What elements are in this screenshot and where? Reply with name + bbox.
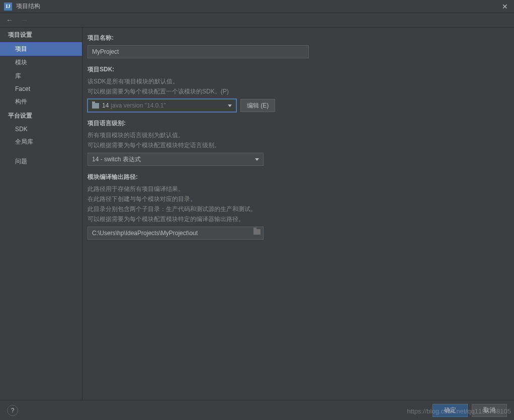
sidebar-item-artifacts[interactable]: 构件	[0, 95, 82, 109]
titlebar: IJ 项目结构 ✕	[0, 0, 514, 13]
sidebar-section-project-settings: 项目设置	[0, 28, 82, 42]
browse-folder-icon[interactable]	[253, 229, 261, 235]
output-path-wrap	[88, 227, 264, 240]
project-name-input[interactable]	[88, 45, 309, 58]
output-section: 模块编译输出路径: 此路径用于存储所有项目编译结果。 在此路径下创建与每个模块对…	[88, 173, 504, 240]
lang-level-desc2: 可以根据需要为每个模块配置模块特定语言级别。	[88, 141, 504, 150]
folder-icon	[92, 103, 99, 109]
sidebar-item-facets[interactable]: Facet	[0, 83, 82, 95]
sdk-desc1: 该SDK是所有项目模块的默认值。	[88, 77, 504, 86]
output-desc3: 此目录分别包含两个子目录：生产代码和测试源的生产和测试。	[88, 204, 504, 214]
content-pane: 项目名称: 项目SDK: 该SDK是所有项目模块的默认值。 可以根据需要为每个模…	[82, 28, 514, 405]
sidebar-item-modules[interactable]: 模块	[0, 56, 82, 69]
project-name-label: 项目名称:	[88, 34, 504, 42]
project-name-section: 项目名称:	[88, 34, 504, 58]
app-icon: IJ	[4, 3, 12, 11]
main-area: 项目设置 项目 模块 库 Facet 构件 平台设置 SDK 全局库 问题 项目…	[0, 27, 514, 405]
lang-level-label: 项目语言级别:	[88, 119, 504, 128]
lang-level-section: 项目语言级别: 所有项目模块的语言级别为默认值。 可以根据需要为每个模块配置模块…	[88, 119, 504, 166]
output-desc4: 可以根据需要为每个模块配置模块特定的编译器输出路径。	[88, 215, 504, 224]
sidebar-item-global-libraries[interactable]: 全局库	[0, 135, 82, 149]
window-title: 项目结构	[16, 2, 500, 11]
forward-arrow-icon: →	[21, 16, 28, 24]
help-button[interactable]: ?	[7, 405, 18, 416]
sdk-combo-text: 14	[102, 102, 109, 109]
back-arrow-icon[interactable]: ←	[6, 16, 13, 24]
output-path-input[interactable]	[88, 227, 264, 240]
spacer	[0, 149, 82, 155]
output-label: 模块编译输出路径:	[88, 173, 504, 181]
ok-button[interactable]: 确定	[433, 404, 468, 417]
lang-level-desc1: 所有项目模块的语言级别为默认值。	[88, 131, 504, 140]
sidebar-item-sdks[interactable]: SDK	[0, 123, 82, 135]
sdk-combo[interactable]: 14 java version "14.0.1"	[88, 99, 236, 112]
sidebar: 项目设置 项目 模块 库 Facet 构件 平台设置 SDK 全局库 问题	[0, 28, 82, 405]
sdk-combo-subtext: java version "14.0.1"	[111, 102, 165, 109]
sidebar-item-project[interactable]: 项目	[0, 42, 82, 56]
sidebar-item-problems[interactable]: 问题	[0, 155, 82, 168]
sdk-edit-button[interactable]: 编辑 (E)	[240, 99, 275, 112]
chevron-down-icon	[228, 104, 232, 107]
chevron-down-icon	[255, 158, 259, 161]
cancel-button[interactable]: 取消	[472, 404, 507, 417]
footer: ? 确定 取消	[0, 400, 514, 420]
sidebar-section-platform-settings: 平台设置	[0, 109, 82, 123]
sdk-desc2: 可以根据需要为每个模块配置一个该模块的SDK。(P)	[88, 87, 504, 96]
sdk-label: 项目SDK:	[88, 65, 504, 74]
output-desc1: 此路径用于存储所有项目编译结果。	[88, 184, 504, 193]
close-icon[interactable]: ✕	[500, 3, 510, 11]
sidebar-item-libraries[interactable]: 库	[0, 69, 82, 83]
nav-arrows: ← →	[0, 13, 514, 27]
output-desc2: 在此路径下创建与每个模块对应的目录。	[88, 194, 504, 203]
lang-level-combo[interactable]: 14 - switch 表达式	[88, 153, 264, 166]
sdk-section: 项目SDK: 该SDK是所有项目模块的默认值。 可以根据需要为每个模块配置一个该…	[88, 65, 504, 112]
lang-level-combo-text: 14 - switch 表达式	[92, 155, 141, 164]
